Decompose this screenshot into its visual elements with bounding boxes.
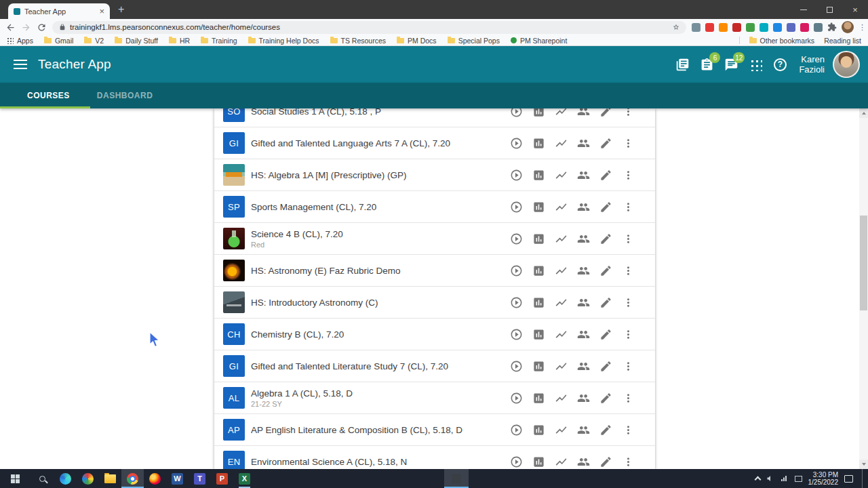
volume-icon[interactable]	[766, 474, 774, 483]
avatar[interactable]	[833, 51, 860, 78]
edit-course-button[interactable]	[599, 136, 612, 150]
edit-course-button[interactable]	[599, 296, 612, 309]
bookmark-item[interactable]: Gmail	[44, 37, 73, 45]
gradebook-button[interactable]	[532, 455, 545, 468]
extension-icon[interactable]	[773, 23, 782, 32]
course-row[interactable]: HS: Algebra 1A [M] (Prescriptive) (GP)	[214, 159, 655, 191]
play-course-button[interactable]	[509, 200, 523, 214]
roster-people-button[interactable]	[576, 264, 590, 277]
bookmark-item[interactable]: Reading list	[824, 37, 861, 45]
apps-launcher-button[interactable]	[747, 56, 764, 73]
scroll-down-arrow[interactable]	[859, 460, 868, 469]
performance-chart-button[interactable]	[554, 455, 568, 468]
more-options-button[interactable]	[621, 423, 635, 436]
lock-icon[interactable]	[59, 24, 66, 30]
taskbar-app-chrome[interactable]	[121, 469, 144, 488]
edit-course-button[interactable]	[599, 455, 612, 468]
taskbar-app-active-white[interactable]	[444, 469, 469, 488]
extension-icon[interactable]	[705, 23, 714, 32]
roster-people-button[interactable]	[576, 327, 590, 341]
course-title[interactable]: Algebra 1 A (CL), 5.18, D	[251, 388, 353, 399]
edit-course-button[interactable]	[599, 108, 612, 118]
course-title[interactable]: Science 4 B (CL), 7.20	[251, 229, 343, 239]
course-title[interactable]: Gifted and Talented Language Arts 7 A (C…	[251, 138, 450, 148]
tray-expand-icon[interactable]	[754, 476, 761, 483]
performance-chart-button[interactable]	[554, 264, 568, 277]
performance-chart-button[interactable]	[554, 296, 568, 309]
performance-chart-button[interactable]	[554, 168, 568, 182]
taskbar-app-powerpoint[interactable]: P	[211, 469, 233, 488]
more-options-button[interactable]	[621, 391, 635, 405]
extension-icon[interactable]	[732, 23, 741, 32]
gradebook-button[interactable]	[532, 232, 545, 245]
play-course-button[interactable]	[509, 296, 523, 309]
gradebook-button[interactable]	[532, 108, 545, 118]
gradebook-button[interactable]	[532, 264, 545, 277]
network-icon[interactable]	[781, 474, 789, 483]
course-title[interactable]: Sports Management (CL), 7.20	[251, 202, 376, 212]
more-options-button[interactable]	[621, 359, 635, 373]
gradebook-button[interactable]	[532, 391, 545, 405]
play-course-button[interactable]	[509, 168, 523, 182]
course-title[interactable]: AP English Literature & Composition B (C…	[251, 425, 462, 435]
gradebook-button[interactable]	[532, 423, 545, 436]
edit-course-button[interactable]	[599, 232, 612, 245]
more-options-button[interactable]	[621, 108, 635, 118]
play-course-button[interactable]	[509, 327, 523, 341]
course-title[interactable]: HS: Introductory Astronomy (C)	[251, 298, 378, 308]
more-options-button[interactable]	[621, 200, 635, 214]
taskbar-clock[interactable]: 3:30 PM 1/25/2022	[808, 471, 839, 487]
forward-icon[interactable]	[21, 22, 31, 33]
planner-button[interactable]: 6	[698, 56, 715, 73]
course-row[interactable]: Science 4 B (CL), 7.20 Red	[214, 223, 655, 255]
edit-course-button[interactable]	[599, 327, 612, 341]
play-course-button[interactable]	[509, 455, 523, 468]
course-title[interactable]: Social Studies 1 A (CL), 5.18 , P	[251, 108, 381, 117]
bookmark-item[interactable]: V2	[84, 37, 104, 45]
gradebook-library-button[interactable]	[674, 56, 690, 73]
roster-people-button[interactable]	[576, 168, 590, 182]
more-options-button[interactable]	[621, 136, 635, 150]
address-bar[interactable]: trainingkf1.lms.pearsonconnexus.com/teac…	[52, 21, 686, 34]
scrollbar-thumb[interactable]	[860, 216, 867, 310]
taskbar-app-file-explorer[interactable]	[99, 469, 121, 488]
play-course-button[interactable]	[509, 359, 523, 373]
course-row[interactable]: SO Social Studies 1 A (CL), 5.18 , P	[214, 108, 655, 127]
more-options-button[interactable]	[621, 296, 635, 309]
bookmark-item[interactable]: PM Docs	[397, 37, 437, 45]
more-options-button[interactable]	[621, 168, 635, 182]
help-button[interactable]: ?	[772, 56, 788, 73]
course-row[interactable]: SP Sports Management (CL), 7.20	[214, 191, 655, 223]
extension-icon[interactable]	[746, 23, 755, 32]
course-title[interactable]: HS: Algebra 1A [M] (Prescriptive) (GP)	[251, 170, 407, 180]
back-icon[interactable]	[5, 22, 16, 33]
course-row[interactable]: CH Chemistry B (CL), 7.20	[214, 319, 655, 350]
gradebook-button[interactable]	[532, 327, 545, 341]
show-desktop-button[interactable]	[862, 469, 865, 488]
course-row[interactable]: HS: Astronomy (E) Faz Rubric Demo	[214, 255, 655, 287]
window-close-button[interactable]: ×	[842, 0, 868, 19]
course-row[interactable]: GI Gifted and Talented Literature Study …	[214, 350, 655, 382]
taskbar-app-edge[interactable]	[54, 469, 77, 488]
gradebook-button[interactable]	[532, 200, 545, 214]
edit-course-button[interactable]	[599, 391, 612, 405]
play-course-button[interactable]	[509, 423, 523, 436]
window-minimize-button[interactable]	[791, 0, 816, 19]
edit-course-button[interactable]	[599, 168, 612, 182]
roster-people-button[interactable]	[576, 232, 590, 245]
gradebook-button[interactable]	[532, 168, 545, 182]
taskbar-app-word[interactable]: W	[166, 469, 189, 488]
tab-courses[interactable]: COURSES	[14, 83, 83, 108]
bookmark-item[interactable]: Daily Stuff	[115, 37, 158, 45]
course-title[interactable]: Chemistry B (CL), 7.20	[251, 329, 344, 340]
roster-people-button[interactable]	[576, 296, 590, 309]
more-options-button[interactable]	[621, 232, 635, 245]
roster-people-button[interactable]	[576, 359, 590, 373]
performance-chart-button[interactable]	[554, 423, 568, 436]
edit-course-button[interactable]	[599, 359, 612, 373]
start-button[interactable]	[0, 469, 30, 488]
taskbar-app-firefox[interactable]	[144, 469, 166, 488]
taskbar-app-excel[interactable]: X	[233, 469, 256, 488]
more-options-button[interactable]	[621, 455, 635, 468]
new-tab-button[interactable]: +	[118, 4, 124, 15]
